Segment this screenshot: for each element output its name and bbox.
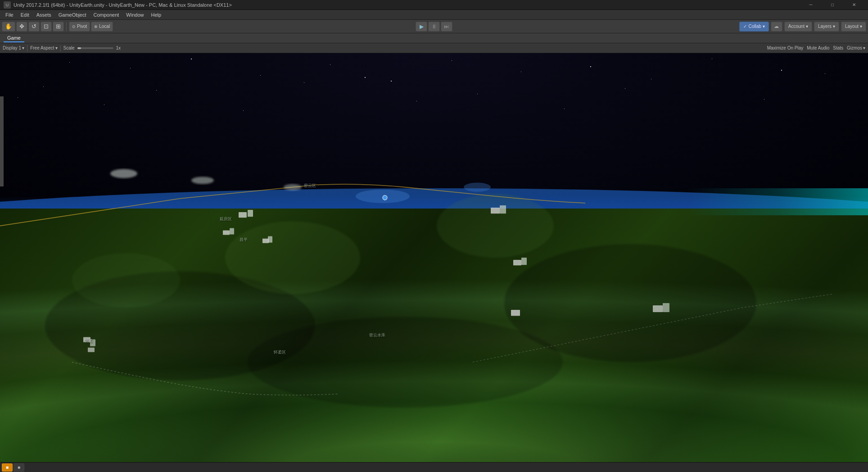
hand-tool-button[interactable]: ✋ [2,22,15,32]
game-tab-label: Game [7,35,21,41]
app-icon: U [4,1,11,9]
aspect-arrow: ▾ [55,45,58,50]
game-tab[interactable]: Game [4,34,24,42]
display-selector[interactable]: Display 1 ▾ [3,45,24,50]
display-arrow: ▾ [22,45,24,50]
maximize-button[interactable]: □ [822,0,843,10]
layout-dropdown-icon: ▾ [860,24,862,29]
scale-value: 1x [116,45,121,50]
menu-component[interactable]: Component [90,11,122,18]
play-controls: ▶ ⏸ ⏭ [416,22,452,32]
mute-audio-btn[interactable]: Mute Audio [807,45,829,50]
pause-button[interactable]: ⏸ [428,22,440,32]
layout-dropdown[interactable]: Layout ▾ [841,22,866,32]
scale-label: Scale [63,45,75,50]
collab-check-icon: ✓ [743,24,747,29]
local-label: Local [99,24,110,29]
game-view-header: Game [0,33,868,43]
taskbar: ■ ■ [0,462,868,472]
layers-dropdown[interactable]: Layers ▾ [814,22,839,32]
local-icon: ⊕ [94,24,98,29]
game-viewport: 密云水库 怀柔区 密云区 延庆区 昌平 怀柔 [0,53,868,462]
horizon-glow [688,188,868,215]
local-button[interactable]: ⊕ Local [91,22,113,32]
terrain-detail [0,209,868,462]
window-controls: ─ □ ✕ [800,0,864,10]
taskbar-item-2[interactable]: ■ [14,463,24,472]
gv-right-controls: Maximize On Play Mute Audio Stats Gizmos… [767,45,865,50]
step-button[interactable]: ⏭ [441,22,452,32]
left-resize-handle[interactable] [0,96,4,186]
gizmos-arrow: ▾ [863,45,865,50]
account-dropdown[interactable]: Account ▾ [784,22,812,32]
account-dropdown-icon: ▾ [806,24,808,29]
toolbar-sep-1 [66,22,67,31]
move-tool-button[interactable]: ✥ [16,22,27,32]
scale-slider[interactable] [77,47,113,49]
window-title: Unity 2017.2.1f1 (64bit) - UnityEarth.un… [14,2,800,8]
menu-gameobject[interactable]: GameObject [55,11,90,18]
close-button[interactable]: ✕ [844,0,864,10]
layers-dropdown-icon: ▾ [833,24,835,29]
rect-tool-button[interactable]: ⊞ [53,22,64,32]
display-label: Display 1 [3,45,21,50]
aspect-label: Free Aspect [30,45,54,50]
collab-label: Collab [748,24,761,29]
menu-help[interactable]: Help [147,11,165,18]
menu-assets[interactable]: Assets [33,11,55,18]
menu-window[interactable]: Window [122,11,147,18]
title-bar: U Unity 2017.2.1f1 (64bit) - UnityEarth.… [0,0,868,10]
taskbar-item-1[interactable]: ■ [2,463,13,472]
menu-edit[interactable]: Edit [17,11,33,18]
pivot-icon: ⊙ [72,24,76,29]
gizmos-btn[interactable]: Gizmos ▾ [847,45,865,50]
game-view-toolbar: Display 1 ▾ Free Aspect ▾ Scale 1x Maxim… [0,43,868,53]
menu-bar: File Edit Assets GameObject Component Wi… [0,10,868,20]
scale-control: Scale 1x [63,45,121,50]
gv-sep-2 [60,45,61,51]
right-toolbar: ✓ Collab ▾ ☁ Account ▾ Layers ▾ Layout ▾ [739,22,866,32]
layout-label: Layout [845,24,859,29]
stats-btn[interactable]: Stats [833,45,843,50]
account-label: Account [788,24,805,29]
toolbar: ✋ ✥ ↺ ⊡ ⊞ ⊙ Pivot ⊕ Local ▶ ⏸ ⏭ ✓ Collab… [0,20,868,33]
cloud-icon: ☁ [774,23,779,29]
minimize-button[interactable]: ─ [800,0,821,10]
terrain [0,209,868,462]
gv-sep-1 [27,45,27,51]
layers-label: Layers [818,24,832,29]
collab-dropdown-icon: ▾ [763,24,765,29]
menu-file[interactable]: File [2,11,17,18]
cloud-button[interactable]: ☁ [771,22,782,32]
play-button[interactable]: ▶ [416,22,427,32]
aspect-selector[interactable]: Free Aspect ▾ [30,45,57,50]
rotate-tool-button[interactable]: ↺ [28,22,40,32]
pivot-label: Pivot [77,24,87,29]
maximize-on-play-btn[interactable]: Maximize On Play [767,45,804,50]
scale-tool-button[interactable]: ⊡ [41,22,52,32]
pivot-button[interactable]: ⊙ Pivot [69,22,90,32]
collab-button[interactable]: ✓ Collab ▾ [739,22,769,32]
